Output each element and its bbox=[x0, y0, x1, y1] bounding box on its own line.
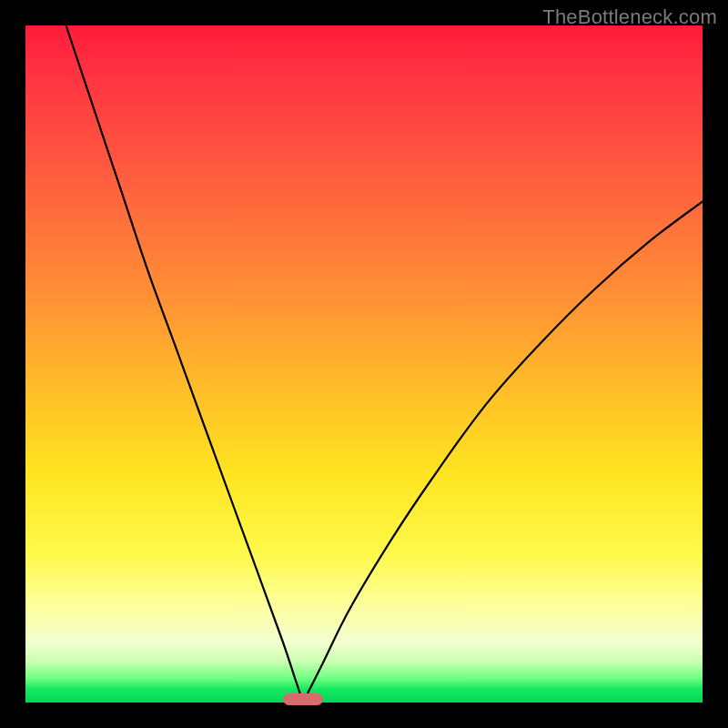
plot-area bbox=[25, 25, 703, 703]
bottleneck-curve bbox=[25, 25, 703, 703]
optimal-range-marker bbox=[283, 693, 324, 705]
chart-frame: TheBottleneck.com bbox=[0, 0, 728, 728]
curve-path bbox=[66, 25, 703, 700]
